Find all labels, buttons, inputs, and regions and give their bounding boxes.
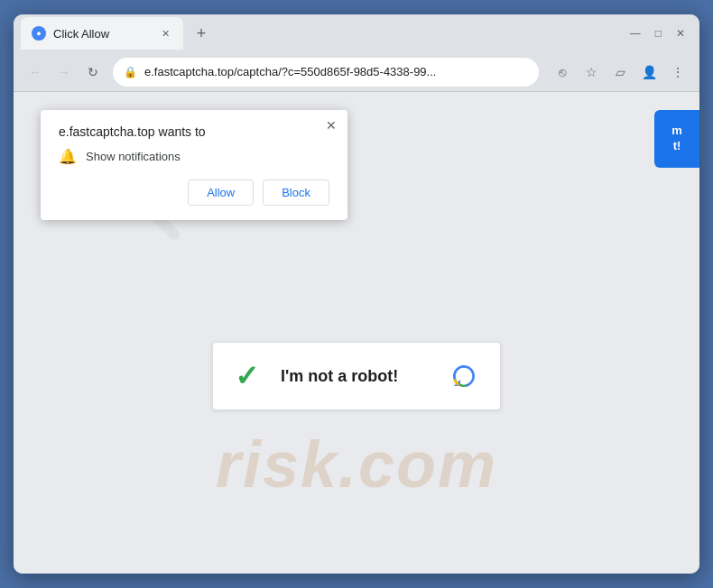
tab-favicon: ● xyxy=(32,26,46,41)
blue-btn-line1: m xyxy=(671,124,682,139)
page-content: risk.com m t! ✕ e.fastcaptcha.top wants … xyxy=(14,92,699,574)
title-bar: ● Click Allow ✕ + — □ ✕ xyxy=(14,14,699,52)
new-tab-button[interactable]: + xyxy=(189,21,214,46)
browser-window: ● Click Allow ✕ + — □ ✕ ← → ↻ 🔒 e.fastca… xyxy=(14,14,699,574)
popup-notification-row: 🔔 Show notifications xyxy=(59,148,329,165)
popup-close-button[interactable]: ✕ xyxy=(326,119,337,132)
blue-btn-line2: t! xyxy=(673,139,681,154)
check-icon: ✓ xyxy=(235,359,259,393)
bell-icon: 🔔 xyxy=(59,148,77,165)
recaptcha-logo xyxy=(449,362,478,390)
captcha-box: ✓ I'm not a robot! xyxy=(212,342,501,410)
toolbar-icons: ⎋ ☆ ▱ 👤 ⋮ xyxy=(550,60,690,85)
browser-tab[interactable]: ● Click Allow ✕ xyxy=(21,17,183,50)
notification-popup: ✕ e.fastcaptcha.top wants to 🔔 Show noti… xyxy=(41,110,347,220)
allow-button[interactable]: Allow xyxy=(188,179,254,206)
menu-icon[interactable]: ⋮ xyxy=(665,60,690,85)
popup-buttons: Allow Block xyxy=(59,179,329,206)
popup-title: e.fastcaptcha.top wants to xyxy=(59,124,329,139)
window-controls: — □ ✕ xyxy=(630,28,692,39)
captcha-label: I'm not a robot! xyxy=(281,367,428,386)
maximize-button[interactable]: □ xyxy=(655,28,662,39)
close-button[interactable]: ✕ xyxy=(676,28,685,39)
blue-partial-button: m t! xyxy=(654,110,699,168)
url-text: e.fastcaptcha.top/captcha/?c=550d865f-98… xyxy=(144,65,528,78)
tab-title: Click Allow xyxy=(53,27,151,41)
split-view-icon[interactable]: ▱ xyxy=(607,60,633,85)
lock-icon: 🔒 xyxy=(124,66,137,78)
forward-button[interactable]: → xyxy=(51,60,77,85)
back-button[interactable]: ← xyxy=(23,60,48,85)
profile-icon[interactable]: 👤 xyxy=(636,60,662,85)
block-button[interactable]: Block xyxy=(263,179,329,206)
refresh-button[interactable]: ↻ xyxy=(80,60,106,85)
share-icon[interactable]: ⎋ xyxy=(550,60,575,85)
tab-close-button[interactable]: ✕ xyxy=(158,26,172,41)
minimize-button[interactable]: — xyxy=(630,28,641,39)
popup-notification-text: Show notifications xyxy=(86,150,181,163)
address-bar: ← → ↻ 🔒 e.fastcaptcha.top/captcha/?c=550… xyxy=(14,52,699,92)
watermark-text: risk.com xyxy=(216,427,497,501)
url-bar[interactable]: 🔒 e.fastcaptcha.top/captcha/?c=550d865f-… xyxy=(113,58,539,87)
bookmark-icon[interactable]: ☆ xyxy=(579,60,604,85)
